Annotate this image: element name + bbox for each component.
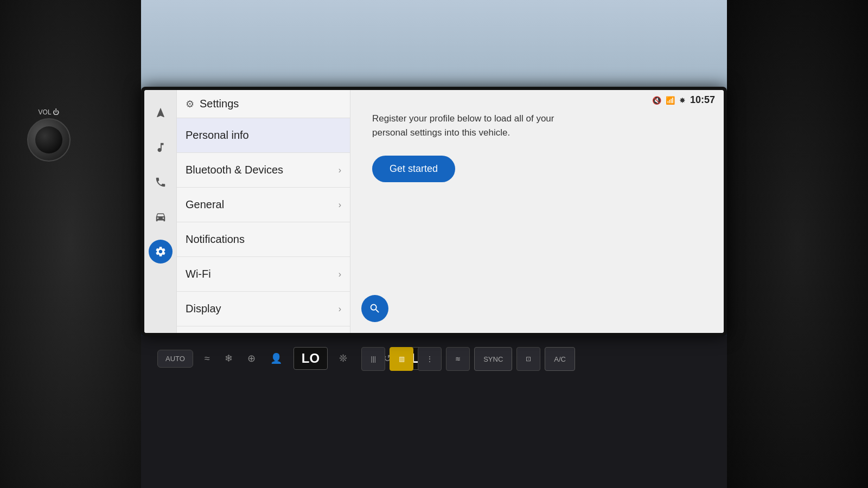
menu-item-personal-info[interactable]: Personal info: [177, 118, 350, 153]
climate-btn-2-active[interactable]: ▥: [390, 347, 413, 371]
settings-panel: ⚙ Settings Personal info Bluetooth & Dev…: [177, 90, 350, 333]
screen-bezel: 🔇 📶 ✸ 10:57: [141, 87, 727, 336]
menu-item-bluetooth[interactable]: Bluetooth & Devices ›: [177, 153, 350, 188]
phone-icon: [155, 176, 167, 188]
settings-title: Settings: [200, 98, 239, 110]
sidebar-car-btn[interactable]: [149, 205, 173, 229]
knob-inner: [35, 126, 62, 153]
ac-button[interactable]: A/C: [545, 347, 575, 371]
wifi-status-icon: 📶: [666, 96, 675, 105]
icon-sidebar: [144, 90, 177, 333]
settings-icon: [155, 246, 167, 258]
status-bar: 🔇 📶 ✸ 10:57: [643, 90, 724, 110]
vol-label: VOL ⏻: [27, 108, 71, 116]
general-arrow-icon: ›: [339, 200, 341, 210]
main-screen: 🔇 📶 ✸ 10:57: [144, 90, 724, 333]
seat-heat-btn[interactable]: ≋: [446, 347, 470, 371]
volume-status-icon: 🔇: [652, 96, 661, 105]
fan-icon-btn[interactable]: ❊: [336, 349, 350, 368]
right-interior-panel: [727, 0, 868, 488]
navigation-icon: [155, 107, 167, 119]
sidebar-phone-btn[interactable]: [149, 170, 173, 194]
settings-header: ⚙ Settings: [177, 90, 350, 118]
defrost-btn[interactable]: ⊕: [244, 349, 259, 368]
get-started-button[interactable]: Get started: [372, 156, 455, 182]
sidebar-nav-btn[interactable]: [149, 101, 173, 125]
sidebar-settings-btn[interactable]: [149, 240, 173, 264]
volume-control: VOL ⏻: [27, 108, 71, 162]
content-area: Register your profile below to load all …: [350, 90, 724, 333]
personal-info-label: Personal info: [186, 129, 249, 142]
right-climate-buttons: ||| ▥ ⋮ ≋ SYNC ⊡ A/C: [361, 347, 575, 371]
fan-direction-btn[interactable]: ❄: [221, 349, 236, 368]
menu-item-wifi[interactable]: Wi-Fi ›: [177, 257, 350, 292]
display-arrow-icon: ›: [339, 304, 341, 314]
settings-menu: Personal info Bluetooth & Devices › Gene…: [177, 118, 350, 333]
search-icon: [369, 303, 381, 314]
menu-item-general[interactable]: General ›: [177, 188, 350, 222]
rear-defrost-btn[interactable]: ⊡: [516, 347, 540, 371]
clock: 10:57: [690, 94, 715, 106]
bottom-controls: AUTO ≈ ❄ ⊕ 👤 LO ❊ ⊻ ↺ LO 👤 ||| ▥ ⋮ ≋ SYN…: [141, 336, 727, 488]
general-label: General: [186, 198, 224, 211]
temp-left-display: LO: [293, 347, 328, 370]
seat-ventilation-btn[interactable]: ⋮: [418, 347, 442, 371]
content-description: Register your profile below to load all …: [372, 112, 589, 139]
car-icon: [155, 211, 167, 223]
menu-item-display[interactable]: Display ›: [177, 292, 350, 326]
seat-heat-left-btn[interactable]: ≈: [201, 350, 213, 368]
auto-button[interactable]: AUTO: [157, 350, 193, 368]
climate-btn-1[interactable]: |||: [361, 347, 385, 371]
wifi-label: Wi-Fi: [186, 268, 211, 280]
sync-button[interactable]: SYNC: [474, 347, 512, 371]
search-button[interactable]: [361, 295, 388, 322]
bluetooth-status-icon: ✸: [679, 96, 686, 105]
bluetooth-label: Bluetooth & Devices: [186, 164, 283, 176]
driver-icon-btn[interactable]: 👤: [267, 349, 285, 368]
menu-item-notifications[interactable]: Notifications: [177, 222, 350, 257]
settings-header-icon: ⚙: [186, 98, 194, 110]
display-label: Display: [186, 303, 221, 315]
sidebar-music-btn[interactable]: [149, 136, 173, 159]
left-interior-panel: VOL ⏻: [0, 0, 141, 488]
bluetooth-arrow-icon: ›: [339, 165, 341, 175]
wifi-arrow-icon: ›: [339, 269, 341, 279]
notifications-label: Notifications: [186, 233, 245, 246]
music-icon: [155, 142, 167, 153]
volume-knob[interactable]: [27, 118, 71, 162]
